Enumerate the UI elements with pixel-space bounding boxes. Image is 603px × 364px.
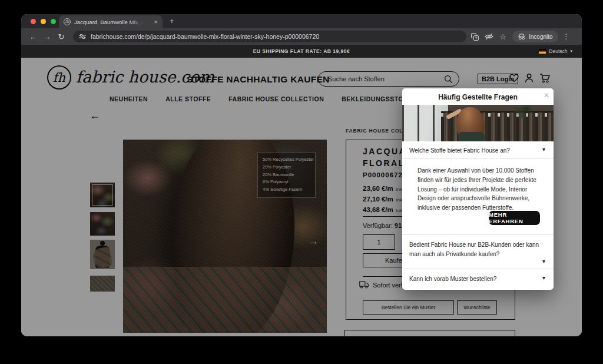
back-button[interactable]: ← [27, 32, 39, 41]
zoom-window-button[interactable] [51, 19, 56, 24]
browser-window: fh Jacquard, Baumwolle Mix, Flo ✕ + ← → … [21, 14, 582, 336]
bookmark-star-icon[interactable]: ☆ [497, 32, 509, 41]
minimize-window-button[interactable] [41, 19, 46, 24]
tab-strip: fh Jacquard, Baumwolle Mix, Flo ✕ + [21, 14, 582, 28]
url-text: fabrichouse.com/de/p/jacquard-baumwolle-… [91, 33, 319, 40]
faq-caret-1-icon[interactable]: ▾ [542, 146, 545, 153]
mehr-erfahren-button[interactable]: MEHR ERFAHREN [489, 211, 540, 225]
window-controls [31, 19, 56, 24]
faq-close-icon[interactable]: ✕ [544, 91, 549, 100]
faq-question-1[interactable]: Welche Stoffe bietet Fabric House an? [409, 147, 510, 154]
faq-title: Häufig Gestellte Fragen [402, 93, 554, 101]
faq-question-3[interactable]: Kann ich vorab Muster bestellen? [409, 276, 496, 282]
language-selector[interactable]: Deutsch ▾ [539, 45, 572, 58]
tab-title: Jacquard, Baumwolle Mix, Flo [74, 19, 144, 25]
faq-showroom-photo [402, 105, 554, 141]
faq-caret-2-icon[interactable]: ▾ [542, 258, 545, 264]
screen: fh Jacquard, Baumwolle Mix, Flo ✕ + ← → … [0, 0, 603, 364]
faq-caret-3-icon[interactable]: ▾ [542, 274, 545, 281]
shipping-banner: EU SHIPPING FLAT RATE: AB 19,90€ Deutsch… [21, 45, 582, 58]
forward-button[interactable]: → [41, 32, 53, 41]
close-window-button[interactable] [31, 19, 36, 24]
eye-off-icon[interactable] [483, 33, 495, 40]
faq-answer-1: Dank einer Auswahl von über 10.000 Stoff… [418, 166, 540, 213]
shipping-banner-text: EU SHIPPING FLAT RATE: AB 19,90€ [253, 48, 350, 54]
faq-popup: Häufig Gestellte Fragen ✕ Welche Stoffe … [402, 88, 554, 290]
plant [512, 105, 532, 120]
menu-kebab-icon[interactable]: ⋮ [563, 32, 570, 41]
browser-tab[interactable]: fh Jacquard, Baumwolle Mix, Flo ✕ [59, 15, 163, 28]
incognito-badge: Incognito [512, 31, 558, 42]
reload-button[interactable]: ↻ [55, 32, 67, 41]
language-caret-icon: ▾ [570, 49, 572, 54]
german-flag-icon [539, 49, 546, 54]
customer-sweater [459, 132, 485, 141]
divider [402, 234, 554, 235]
incognito-label: Incognito [529, 34, 553, 40]
faq-question-2[interactable]: Bedient Fabric House nur B2B-Kunden oder… [409, 240, 541, 259]
favicon-icon: fh [64, 18, 71, 25]
tab-close-icon[interactable]: ✕ [154, 19, 158, 25]
web-page: EU SHIPPING FLAT RATE: AB 19,90€ Deutsch… [21, 45, 582, 336]
page-content: fh fabric house.com STOFFE NACHHALTIG KA… [21, 58, 582, 336]
language-label: Deutsch [549, 48, 567, 54]
site-info-icon[interactable] [79, 34, 86, 39]
new-tab-button[interactable]: + [170, 16, 174, 25]
divider [402, 158, 554, 159]
translate-icon[interactable] [469, 33, 481, 41]
browser-toolbar: ← → ↻ fabrichouse.com/de/p/jacquard-baum… [21, 28, 582, 45]
address-bar[interactable]: fabrichouse.com/de/p/jacquard-baumwolle-… [73, 31, 466, 42]
divider [402, 269, 554, 269]
